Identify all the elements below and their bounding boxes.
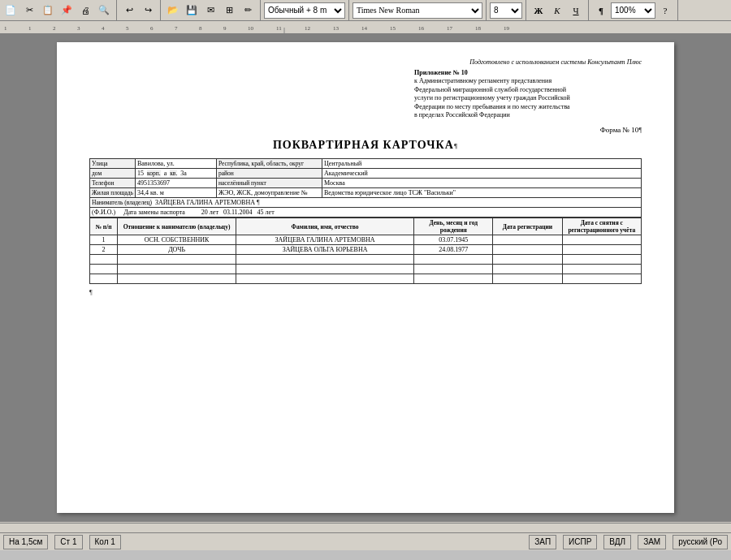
- forma-text: Форма № 10: [600, 126, 639, 134]
- style-group: Обычный + 8 m: [264, 0, 349, 20]
- resident-fio: [236, 274, 414, 284]
- font-group: Times New Roman: [353, 0, 487, 20]
- residents-header-row: № п/п Отношение к нанимателю (владельцу)…: [90, 218, 642, 235]
- resident-dob: [414, 265, 493, 274]
- resident-dob: [414, 274, 493, 284]
- page: Подготовлено с использованием системы Ко…: [57, 42, 674, 513]
- position-status: На 1,5см: [3, 535, 48, 549]
- tel-label: Телефон: [90, 179, 136, 188]
- ruler: 1 1 2 3 4 5 6 7 8 9 10 11 12 13 14 15 16…: [0, 21, 731, 34]
- undo-btn[interactable]: ↩: [120, 2, 138, 19]
- underline-btn[interactable]: Ч: [567, 2, 585, 19]
- bold-btn[interactable]: Ж: [530, 2, 547, 19]
- preview-btn[interactable]: 🔍: [95, 2, 113, 19]
- forma-line: Форма № 10¶: [89, 126, 642, 134]
- resident-row: 1ОСН. СОБСТВЕННИКЗАЙЦЕВА ГАЛИНА АРТЕМОВН…: [90, 235, 642, 245]
- площадь-val: 34,4 кв. м: [135, 188, 216, 198]
- pilcrow-btn[interactable]: ¶: [592, 2, 610, 19]
- resident-dereg: [562, 235, 641, 245]
- zam-status: ЗАМ: [638, 535, 666, 549]
- kol-status: Кол 1: [89, 535, 121, 549]
- passp-date: 03.11.2004: [223, 209, 253, 216]
- resident-dereg: [562, 255, 641, 265]
- attach-line-2: Федеральной миграционной службой государ…: [414, 86, 642, 94]
- cut-btn[interactable]: ✂: [20, 2, 38, 19]
- svg-text:19: 19: [504, 25, 510, 32]
- new-btn[interactable]: 📄: [2, 2, 19, 19]
- print-btn[interactable]: 🖨: [76, 2, 94, 19]
- attachment-block: Приложение № 10 к Административному регл…: [414, 69, 642, 119]
- file-tools: 📄 ✂ 📋 📌 🖨 🔍: [2, 0, 117, 20]
- copy-btn[interactable]: 📋: [39, 2, 57, 19]
- svg-text:5: 5: [126, 25, 129, 32]
- tel-val: 4951353697: [135, 179, 216, 188]
- col-dob: День, месяц и год рождения: [414, 218, 493, 235]
- header-italic-text: Подготовлено с использованием системы Ко…: [469, 58, 642, 66]
- svg-text:4: 4: [102, 25, 105, 32]
- resident-dob: 03.07.1945: [414, 235, 493, 245]
- save-btn[interactable]: 💾: [183, 2, 201, 19]
- font-select[interactable]: Times New Roman: [353, 2, 482, 19]
- resident-reg: [493, 245, 562, 255]
- col-dereg: Дата с снятия с регистрационного учёта: [562, 218, 641, 235]
- resident-relation: ОСН. СОБСТВЕННИК: [118, 235, 236, 245]
- h-scrollbar[interactable]: [0, 521, 731, 532]
- svg-text:1: 1: [28, 25, 32, 32]
- document-area: Подготовлено с использованием системы Ко…: [0, 34, 731, 521]
- resident-num: [90, 265, 118, 274]
- zoom-group: ¶ 100% ?: [592, 0, 678, 20]
- attach-line-0: Приложение № 10: [414, 69, 642, 77]
- draw-btn[interactable]: ✏: [239, 2, 257, 19]
- resident-dereg: [562, 274, 641, 284]
- resident-fio: [236, 265, 414, 274]
- svg-text:12: 12: [305, 25, 311, 32]
- zoom-select[interactable]: 100%: [611, 2, 655, 19]
- resident-dereg: [562, 265, 641, 274]
- main-toolbar: 📄 ✂ 📋 📌 🖨 🔍 ↩ ↪ 📂 💾 ✉ ⊞ ✏ Обычный + 8 m …: [0, 0, 731, 21]
- rayon-val: Академический: [322, 169, 641, 179]
- vdl-status: ВДЛ: [603, 535, 631, 549]
- doc-title: ПОКВАРТИРНАЯ КАРТОЧКА¶: [89, 139, 642, 152]
- col-relation: Отношение к нанимателю (владельцу): [118, 218, 236, 235]
- mail-btn[interactable]: ✉: [201, 2, 219, 19]
- header-italic: Подготовлено с использованием системы Ко…: [89, 58, 642, 66]
- style-select[interactable]: Обычный + 8 m: [264, 2, 345, 19]
- svg-text:16: 16: [418, 25, 425, 32]
- svg-text:7: 7: [175, 25, 178, 32]
- resident-reg: [493, 265, 562, 274]
- tsj-val: Ведомства юридическое лицо ТСЖ "Васильки…: [322, 188, 641, 198]
- dom-val: 15 корп. а кв. 3а: [135, 169, 216, 179]
- pilcrow-title: ¶: [454, 143, 458, 150]
- fio-passport-row: (Ф.И.О.) Дата замены паспорта 20 лет 03.…: [89, 208, 642, 218]
- pilcrow-end: ¶: [89, 289, 93, 296]
- paste-btn[interactable]: 📌: [58, 2, 76, 19]
- resident-row: [90, 265, 642, 274]
- help-btn[interactable]: ?: [656, 2, 674, 19]
- resident-num: 2: [90, 245, 118, 255]
- row-dom: дом 15 корп. а кв. 3а район Академически…: [90, 169, 642, 179]
- resident-reg: [493, 274, 562, 284]
- col-reg: Дата регистрации: [493, 218, 562, 235]
- resident-row: [90, 255, 642, 265]
- size-group: 8: [490, 0, 526, 20]
- np-label: населённый пункт: [216, 179, 322, 188]
- row-tel: Телефон 4951353697 населённый пункт Моск…: [90, 179, 642, 188]
- svg-text:18: 18: [475, 25, 482, 32]
- resident-relation: [118, 274, 236, 284]
- resident-num: [90, 255, 118, 265]
- ulitsa-label: Улица: [90, 159, 136, 169]
- nanim-label: Наниматель (владелец): [92, 199, 152, 206]
- status-bar: На 1,5см Ст 1 Кол 1 ЗАП ИСПР ВДЛ ЗАМ рус…: [0, 532, 731, 550]
- resident-reg: [493, 255, 562, 265]
- ispr-status: ИСПР: [563, 535, 597, 549]
- redo-btn[interactable]: ↪: [139, 2, 157, 19]
- resident-num: [90, 274, 118, 284]
- resident-relation: ДОЧЬ: [118, 245, 236, 255]
- svg-text:11: 11: [276, 25, 282, 32]
- table-btn[interactable]: ⊞: [220, 2, 238, 19]
- svg-text:17: 17: [447, 25, 453, 32]
- size-select[interactable]: 8: [490, 2, 522, 19]
- open-btn[interactable]: 📂: [164, 2, 182, 19]
- italic-btn[interactable]: К: [548, 2, 566, 19]
- end-pilcrow: ¶: [89, 287, 642, 296]
